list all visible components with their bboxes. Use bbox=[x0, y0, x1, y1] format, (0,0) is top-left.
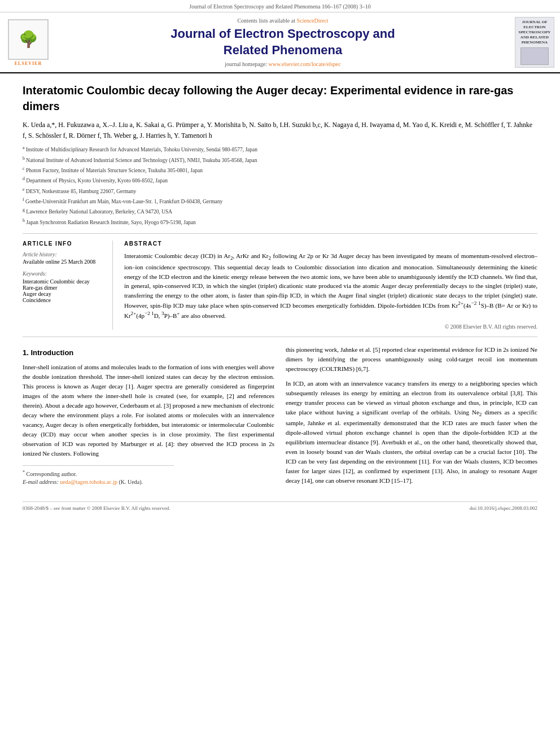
history-value: Available online 25 March 2008 bbox=[23, 259, 104, 265]
elsevier-wordmark: ELSEVIER bbox=[15, 61, 42, 66]
intro-para-3: In ICD, an atom with an innervalence vac… bbox=[286, 379, 537, 486]
article-info-label: ARTICLE INFO bbox=[23, 241, 104, 247]
keyword-4: Coincidence bbox=[23, 297, 104, 303]
affiliation-g: g Lawrence Berkeley National Laboratory,… bbox=[23, 207, 537, 216]
citation-text: Journal of Electron Spectroscopy and Rel… bbox=[189, 3, 370, 10]
abstract-text: Interatomic Coulombic decay (ICD) in Ar2… bbox=[124, 251, 537, 320]
affiliation-e: e DESY, Notkestrasse 85, Hamburg 22607, … bbox=[23, 186, 537, 196]
footnote-divider bbox=[23, 465, 174, 466]
journal-thumbnail: JOURNAL OFELECTRONSPECTROSCOPYAND RELATE… bbox=[515, 17, 554, 68]
affiliation-a: a Institute of Multidisciplinary Researc… bbox=[23, 145, 537, 154]
abstract-section: ABSTRACT Interatomic Coulombic decay (IC… bbox=[124, 241, 537, 330]
body-columns: 1. Introduction Inner-shell ionization o… bbox=[23, 345, 537, 490]
homepage-url[interactable]: www.elsevier.com/locate/elspec bbox=[269, 61, 341, 67]
affil-d-text: Department of Physics, Kyoto University,… bbox=[26, 178, 168, 184]
bottom-left: 0368-2048/$ – see front matter © 2008 El… bbox=[23, 505, 170, 511]
intro-para-1: Inner-shell ionization of atoms and mole… bbox=[23, 362, 274, 458]
journal-header: 🌳 ELSEVIER Contents lists available at S… bbox=[0, 12, 560, 73]
journal-citation: Journal of Electron Spectroscopy and Rel… bbox=[0, 0, 560, 12]
tree-icon: 🌳 bbox=[19, 32, 38, 47]
affiliation-d: d Department of Physics, Kyoto Universit… bbox=[23, 176, 537, 185]
elsevier-logo: 🌳 ELSEVIER bbox=[6, 19, 51, 66]
affil-c-text: Photon Factory, Institute of Materials S… bbox=[26, 168, 203, 173]
article-history-group: Article history: Available online 25 Mar… bbox=[23, 251, 104, 265]
main-content: Interatomic Coulombic decay following th… bbox=[0, 73, 560, 522]
history-label: Article history: bbox=[23, 251, 104, 257]
keyword-3: Auger decay bbox=[23, 291, 104, 297]
intro-para-2: this pioneering work, Jahnke et al. [5] … bbox=[286, 345, 537, 374]
authors-text: K. Ueda a,*, H. Fukuzawa a, X.–J. Liu a,… bbox=[23, 121, 532, 139]
article-info: ARTICLE INFO Article history: Available … bbox=[23, 241, 113, 330]
affiliation-f: f Goethe-Universität Frankfurt am Main, … bbox=[23, 196, 537, 206]
journal-title-line2: Related Phenomena bbox=[224, 43, 342, 57]
keywords-group: Keywords: Interatomic Coulombic decay Ra… bbox=[23, 270, 104, 303]
abstract-label: ABSTRACT bbox=[124, 241, 537, 247]
sciencedirect-line: Contents lists available at ScienceDirec… bbox=[56, 18, 509, 24]
bottom-bar: 0368-2048/$ – see front matter © 2008 El… bbox=[23, 501, 537, 511]
sciencedirect-link[interactable]: ScienceDirect bbox=[296, 18, 328, 24]
article-title: Interatomic Coulombic decay following th… bbox=[23, 82, 537, 114]
keywords-label: Keywords: bbox=[23, 270, 104, 277]
affil-e-text: DESY, Notkestrasse 85, Hamburg 22607, Ge… bbox=[26, 189, 136, 194]
affil-b-text: National Institute of Advanced Industria… bbox=[26, 158, 257, 163]
affil-a-text: Institute of Multidisciplinary Research … bbox=[26, 147, 257, 153]
keyword-2: Rare-gas dimer bbox=[23, 285, 104, 291]
copyright-line: © 2008 Elsevier B.V. All rights reserved… bbox=[124, 324, 537, 330]
info-abstract-section: ARTICLE INFO Article history: Available … bbox=[23, 241, 537, 337]
homepage-label: journal homepage: bbox=[225, 61, 267, 67]
affil-h-text: Japan Synchrotron Radiation Research Ins… bbox=[26, 220, 196, 225]
authors: K. Ueda a,*, H. Fukuzawa a, X.–J. Liu a,… bbox=[23, 120, 537, 141]
journal-title-line1: Journal of Electron Spectroscopy and bbox=[170, 27, 395, 41]
contents-label: Contents lists available at bbox=[237, 18, 295, 24]
journal-center: Contents lists available at ScienceDirec… bbox=[56, 18, 509, 67]
keyword-1: Interatomic Coulombic decay bbox=[23, 278, 104, 285]
affil-g-text: Lawrence Berkeley National Laboratory, B… bbox=[26, 209, 172, 215]
affiliation-b: b National Institute of Advanced Industr… bbox=[23, 155, 537, 165]
section1-heading: 1. Introduction bbox=[23, 347, 274, 359]
bottom-right: doi:10.1016/j.elspec.2008.03.002 bbox=[470, 505, 537, 511]
affiliations: a Institute of Multidisciplinary Researc… bbox=[23, 145, 537, 234]
affiliation-c: c Photon Factory, Institute of Materials… bbox=[23, 165, 537, 175]
affil-f-text: Goethe-Universität Frankfurt am Main, Ma… bbox=[25, 199, 222, 204]
journal-homepage: journal homepage: www.elsevier.com/locat… bbox=[56, 61, 509, 67]
email-address: ueda@tagen.tohoku.ac.jp bbox=[60, 479, 117, 485]
affiliation-h: h Japan Synchrotron Radiation Research I… bbox=[23, 217, 537, 227]
logo-box: 🌳 bbox=[8, 19, 49, 60]
footnote: * Corresponding author. E-mail address: … bbox=[23, 469, 274, 486]
body-col-right: this pioneering work, Jahnke et al. [5] … bbox=[286, 345, 537, 490]
body-col-left: 1. Introduction Inner-shell ionization o… bbox=[23, 345, 274, 490]
journal-title: Journal of Electron Spectroscopy and Rel… bbox=[56, 26, 509, 58]
